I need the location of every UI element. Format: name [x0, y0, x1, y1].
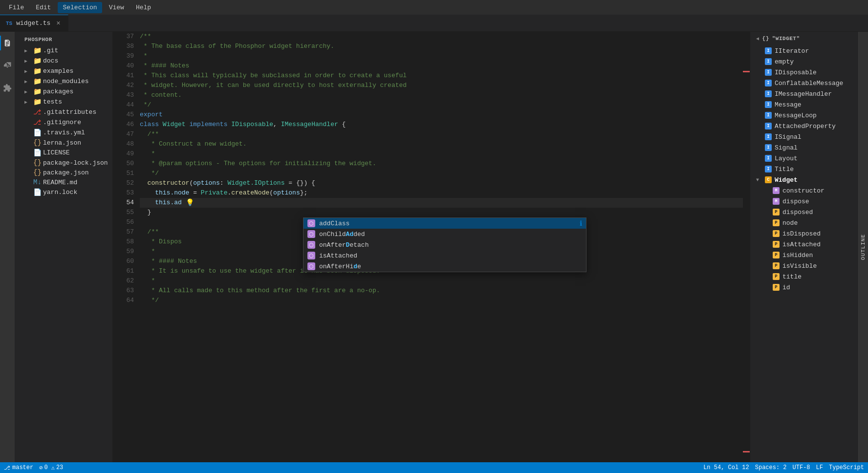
outline-type-icon: P	[773, 219, 780, 226]
activity-git[interactable]	[0, 58, 15, 73]
menu-selection[interactable]: Selection	[58, 2, 102, 13]
language-item[interactable]: TypeScript	[829, 464, 864, 471]
code-line[interactable]: /**	[140, 129, 743, 139]
outline-type-icon: I	[765, 101, 772, 108]
outline-item[interactable]: IConflatableMessage	[754, 78, 857, 88]
tree-item-gitattributes[interactable]: ▶ ⎇ .gitattributes	[15, 107, 112, 117]
outline-item[interactable]: IMessageLoop	[754, 110, 857, 121]
cursor-position-item[interactable]: Ln 54, Col 12	[703, 464, 749, 471]
autocomplete-item[interactable]: ⬡addClassℹ	[304, 218, 586, 229]
tree-item-license[interactable]: ▶ 📄 LICENSE	[15, 148, 112, 158]
code-line[interactable]: * This class will typically be subclasse…	[140, 71, 743, 81]
code-line[interactable]: */	[140, 100, 743, 110]
arrow-icon: ▶	[24, 68, 31, 74]
outline-item[interactable]: ITitle	[754, 164, 857, 174]
tree-item-readme[interactable]: ▶ M↓ README.md	[15, 177, 112, 187]
code-line[interactable]: }	[140, 208, 743, 217]
code-line[interactable]: class Widget implements IDisposable, IMe…	[140, 120, 743, 129]
indent-item[interactable]: Spaces: 2	[755, 464, 787, 471]
outline-item[interactable]: PisDisposed	[754, 228, 857, 239]
error-count: 0	[44, 464, 47, 471]
encoding-label: UTF-8	[793, 464, 810, 471]
tree-item-travis[interactable]: ▶ 📄 .travis.yml	[15, 128, 112, 138]
autocomplete-item[interactable]: ⬡onChildAdded	[304, 229, 586, 239]
tree-item-packages[interactable]: ▶ 📁 packages	[15, 86, 112, 97]
code-line[interactable]: *	[140, 149, 743, 159]
lightbulb-icon[interactable]: 💡	[186, 198, 194, 208]
tree-item-docs[interactable]: ▶ 📁 docs	[15, 56, 112, 66]
outline-item[interactable]: ▼CWidget	[754, 174, 857, 185]
line-number: 53	[112, 188, 134, 198]
code-line[interactable]: * The base class of the Phosphor widget …	[140, 42, 743, 51]
code-line[interactable]: /**	[140, 32, 743, 42]
tree-item-gitignore[interactable]: ▶ ⎇ .gitignore	[15, 117, 112, 128]
code-line[interactable]: export	[140, 110, 743, 120]
outline-item[interactable]: Mconstructor	[754, 185, 857, 196]
token-comment: */	[140, 296, 159, 305]
code-line[interactable]: * #### Notes	[140, 61, 743, 71]
outline-item[interactable]: ILayout	[754, 153, 857, 164]
menu-help[interactable]: Help	[131, 2, 156, 13]
outline-item[interactable]: Pdisposed	[754, 207, 857, 217]
code-line[interactable]: */	[140, 169, 743, 178]
outline-item[interactable]: IISignal	[754, 131, 857, 142]
outline-item[interactable]: IAttachedProperty	[754, 121, 857, 131]
tree-item-package[interactable]: ▶ {} package.json	[15, 168, 112, 177]
status-errors-item[interactable]: ⊘ 0 ⚠ 23	[39, 464, 63, 472]
token-comment: * Construct a new widget.	[140, 139, 246, 149]
autocomplete-item[interactable]: ⬡onAfterHide	[304, 261, 586, 272]
code-line[interactable]: * widget. However, it can be used direct…	[140, 81, 743, 90]
token-comment: * Dispos	[140, 237, 182, 247]
ac-info-icon[interactable]: ℹ	[580, 219, 582, 228]
outline-item[interactable]: PisHidden	[754, 250, 857, 260]
code-line[interactable]: *	[140, 276, 743, 286]
outline-item[interactable]: IIDisposable	[754, 67, 857, 78]
tree-item-node-modules[interactable]: ▶ 📁 node_modules	[15, 76, 112, 86]
outline-item[interactable]: IMessage	[754, 99, 857, 110]
token-space	[227, 120, 231, 129]
scrollbar[interactable]	[743, 32, 750, 462]
code-line[interactable]: * Construct a new widget.	[140, 139, 743, 149]
activity-files[interactable]	[0, 36, 15, 50]
code-line[interactable]: this.ad💡	[140, 198, 743, 208]
outline-item[interactable]: Pid	[754, 282, 857, 293]
code-line[interactable]: * @param options - The options for initi…	[140, 159, 743, 169]
code-line[interactable]: * content.	[140, 90, 743, 100]
line-ending-item[interactable]: LF	[816, 464, 823, 471]
menu-edit[interactable]: Edit	[31, 2, 56, 13]
code-line[interactable]: */	[140, 296, 743, 305]
encoding-item[interactable]: UTF-8	[793, 464, 810, 471]
menu-file[interactable]: File	[4, 2, 29, 13]
tree-item-examples[interactable]: ▶ 📁 examples	[15, 66, 112, 76]
code-line[interactable]: *	[140, 51, 743, 61]
outline-item[interactable]: IIMessageHandler	[754, 88, 857, 99]
outline-item[interactable]: Iempty	[754, 56, 857, 67]
tree-item-yarn[interactable]: ▶ 📄 yarn.lock	[15, 187, 112, 197]
outline-item[interactable]: ISignal	[754, 142, 857, 153]
tab-close-button[interactable]: ×	[54, 20, 62, 27]
tree-item-git[interactable]: ▶ 📁 .git	[15, 45, 112, 56]
outline-item[interactable]: Pnode	[754, 217, 857, 228]
autocomplete-item[interactable]: ⬡isAttached	[304, 250, 586, 261]
outline-item[interactable]: PisAttached	[754, 239, 857, 250]
activity-extensions[interactable]	[0, 81, 15, 95]
outline-item[interactable]: IIIterator	[754, 45, 857, 56]
menu-view[interactable]: View	[104, 2, 129, 13]
outline-collapse-icon[interactable]: ◀	[756, 36, 760, 42]
code-line[interactable]: this.node = Private.createNode(options};	[140, 188, 743, 198]
line-number: 48	[112, 139, 134, 149]
active-tab[interactable]: TS widget.ts ×	[0, 15, 68, 31]
autocomplete-item[interactable]: ⬡onAfterDetach	[304, 239, 586, 250]
arrow-icon: ▶	[24, 99, 31, 105]
outline-item[interactable]: PisVisible	[754, 260, 857, 271]
tree-item-lerna[interactable]: ▶ {} lerna.json	[15, 138, 112, 148]
code-line[interactable]: constructor(options: Widget.IOptions = {…	[140, 178, 743, 188]
outline-item[interactable]: Mdispose	[754, 196, 857, 207]
tree-item-package-lock[interactable]: ▶ {} package-lock.json	[15, 158, 112, 168]
line-number: 61	[112, 266, 134, 276]
git-branch-item[interactable]: ⎇ master	[4, 464, 33, 471]
tree-item-tests[interactable]: ▶ 📁 tests	[15, 97, 112, 107]
extensions-icon	[3, 84, 12, 92]
code-line[interactable]: * All calls made to this method after th…	[140, 286, 743, 296]
outline-item[interactable]: Ptitle	[754, 271, 857, 282]
